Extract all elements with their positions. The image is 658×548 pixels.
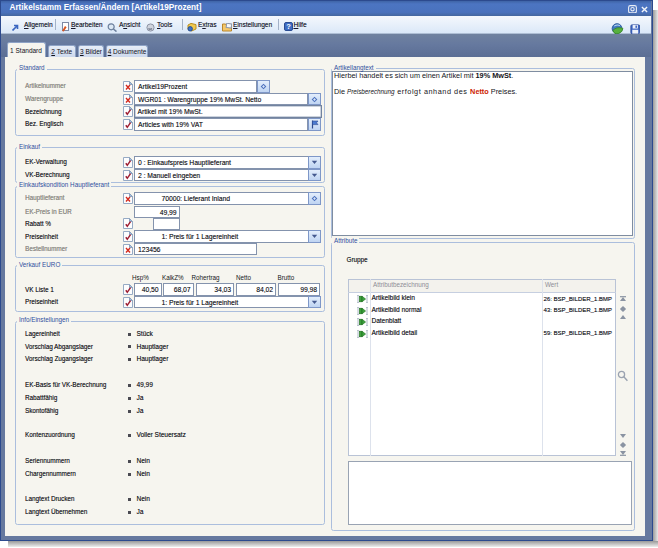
svg-text:?: ? xyxy=(286,22,291,31)
